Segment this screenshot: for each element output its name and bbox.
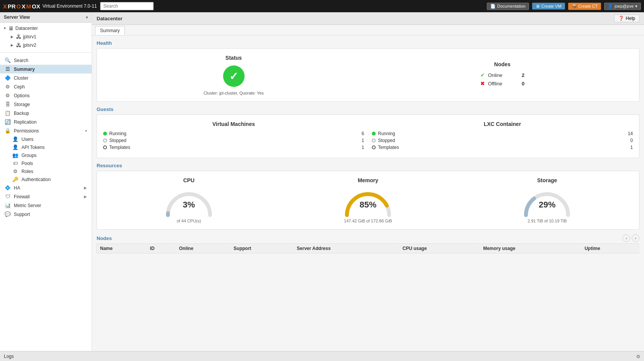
guests-panel: Virtual Machines Running 6 Stopped 1 [97,114,639,158]
lxc-template-dot [372,145,376,149]
doc-icon: 📄 [490,4,496,9]
users-icon: 👤 [12,136,18,142]
logo-ox2: M [26,3,31,10]
help-button[interactable]: ❓ Help [614,15,639,22]
server1-label: jplsrv1 [23,34,36,39]
storage-resource: Storage 29% 2.91 TiB of 10.19 TiB [462,177,633,223]
nav-item-ceph[interactable]: ⚙ Ceph [0,82,92,91]
create-ct-button[interactable]: 📦 Create CT [568,3,601,10]
user-menu[interactable]: 👤 joep@pve ▾ [604,3,641,10]
logo-version: Virtual Environment 7.0-11 [43,3,97,9]
col-online: Online [176,244,230,253]
nav-item-roles[interactable]: ⚙ Roles [9,167,92,175]
status-title: Status [103,55,364,61]
nav-item-cluster[interactable]: 🔷 Cluster [0,74,92,82]
nav-item-summary[interactable]: ☰ Summary [0,65,92,74]
search-input-top[interactable] [100,2,154,10]
documentation-button[interactable]: 📄 Documentation [487,3,529,10]
tree-expand-icon: ▼ [3,26,7,30]
nodes-table: Name ID Online Support Server Address CP… [97,243,639,253]
cpu-resource: CPU 3% of 44 CPU(s) [103,177,274,223]
nav-item-api-tokens[interactable]: 👤 API Tokens [9,143,92,151]
nodes-section: Nodes ‹ › Name ID Online Support Server … [97,234,639,253]
replication-icon: 🔄 [5,119,11,125]
offline-dot: ✖ [480,80,485,87]
nodes-header: Nodes ‹ › [97,234,639,242]
guests-title: Guests [97,106,639,112]
lxc-running-dot [372,132,376,136]
lxc-template-label: Templates [378,145,409,150]
storage-sub: 2.91 TiB of 10.19 TiB [462,219,633,223]
tree-item-jplsrv1[interactable]: ▶ 🖧 jplsrv1 [8,33,92,41]
online-dot: ✔ [480,72,485,78]
help-icon: ❓ [618,16,624,21]
nav-item-firewall[interactable]: 🛡 Firewall ▶ [0,192,92,201]
status-check-icon [223,65,245,87]
user-icon: 👤 [608,4,613,9]
nav-item-authentication[interactable]: 🔑 Authentication [9,175,92,183]
storage-title: Storage [462,177,633,183]
guests-section: Guests Virtual Machines Running 6 [97,106,639,158]
offline-label: Offline [488,81,511,87]
nav-item-ha[interactable]: 💠 HA ▶ [0,183,92,192]
cpu-sub: of 44 CPU(s) [103,219,274,223]
tab-summary[interactable]: Summary [95,26,125,35]
expand-icon: ▶ [11,35,15,39]
vm-stopped-dot [103,139,107,142]
nav-item-backup[interactable]: 📋 Backup [0,109,92,118]
permissions-sub: 👤 Users 👤 API Tokens 👥 Groups 🏷 Pools ⚙ [0,135,92,183]
metric-server-icon: 📊 [5,203,11,208]
memory-title: Memory [282,177,453,183]
vm-section: Virtual Machines Running 6 Stopped 1 [103,121,364,152]
tree-item-datacenter[interactable]: ▼ 🖥 Datacenter [0,24,92,33]
lxc-stopped-dot [372,139,376,142]
nav-item-pools[interactable]: 🏷 Pools [9,159,92,167]
lxc-stopped-label: Stopped [378,138,409,143]
resources-title: Resources [97,163,639,168]
create-vm-button[interactable]: 🖥 Create VM [532,3,565,10]
nav-item-groups[interactable]: 👥 Groups [9,151,92,159]
lxc-stopped-count: 0 [625,138,633,143]
nodes-prev-button[interactable]: ‹ [623,234,630,242]
lxc-running-count: 14 [625,131,633,136]
logo: X PROXMOX Virtual Environment 7.0-11 [3,3,97,10]
lxc-template-count: 1 [625,145,633,150]
tree-item-jplsrv2[interactable]: ▶ 🖧 jplsrv2 [8,41,92,49]
nav-menu: 🔍 Search ☰ Summary 🔷 Cluster ⚙ Ceph ⚙ Op… [0,54,92,220]
nav-item-storage[interactable]: 🗄 Storage [0,100,92,109]
topbar: X PROXMOX Virtual Environment 7.0-11 📄 D… [0,0,644,12]
vm-stopped-label: Stopped [109,138,140,143]
nav-item-permissions[interactable]: 🔒 Permissions ▾ [0,126,92,135]
nav-item-options[interactable]: ⚙ Options [0,91,92,100]
logs-expand-icon[interactable]: ⊙ [636,354,640,359]
bottom-bar: Logs ⊙ [0,351,644,361]
memory-percent: 85% [360,200,376,210]
logs-label: Logs [4,354,14,359]
vm-template-dot [103,145,107,149]
vm-template-label: Templates [109,145,140,150]
support-icon: 💬 [5,211,11,217]
api-tokens-icon: 👤 [12,144,18,150]
logo-prox: PR [8,3,16,10]
nav-item-support[interactable]: 💬 Support [0,210,92,219]
health-status: Status Cluster: jpl-cluster, Quorate: Ye… [103,55,364,95]
tree-sub: ▶ 🖧 jplsrv1 ▶ 🖧 jplsrv2 [0,33,92,49]
online-label: Online [488,72,511,78]
storage-percent: 29% [539,200,555,210]
nav-item-search[interactable]: 🔍 Search [0,56,92,65]
content-breadcrumb: Datacenter [97,16,614,21]
nav-item-metric-server[interactable]: 📊 Metric Server [0,201,92,210]
sidebar-header[interactable]: Server View ▾ [0,12,92,23]
content-body: Health Status Cluster: jpl-cluster, Quor… [92,36,644,351]
nav-item-replication[interactable]: 🔄 Replication [0,118,92,126]
nodes-section-title: Nodes [97,235,112,241]
nodes-next-button[interactable]: › [632,234,639,242]
pools-icon: 🏷 [12,160,18,166]
health-section: Health Status Cluster: jpl-cluster, Quor… [97,40,639,102]
nav-item-users[interactable]: 👤 Users [9,135,92,143]
backup-icon: 📋 [5,110,11,116]
vm-running-row: Running 6 [103,131,364,136]
health-panel: Status Cluster: jpl-cluster, Quorate: Ye… [97,48,639,102]
cpu-title: CPU [103,177,274,183]
cpu-percent: 3% [183,200,195,210]
